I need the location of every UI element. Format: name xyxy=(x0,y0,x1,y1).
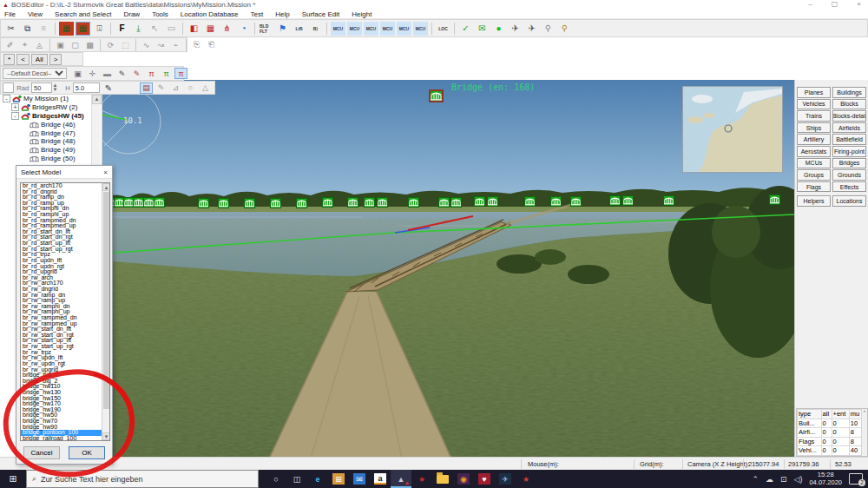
menu-help[interactable]: Help xyxy=(275,10,289,18)
mail-check-icon[interactable]: ✉ xyxy=(475,22,490,36)
bridge-map-icon[interactable] xyxy=(347,197,358,208)
mcu-5-icon[interactable]: MCU xyxy=(397,22,411,36)
taskbar-search-input[interactable]: ⌕ Zur Suche Text hier eingeben xyxy=(26,470,259,488)
tree-expander-icon[interactable]: - xyxy=(3,95,10,102)
bridge-map-icon[interactable] xyxy=(296,198,307,208)
decal-select[interactable]: --Default Decal-- xyxy=(3,68,67,79)
anchor-down-icon[interactable]: ⍗ xyxy=(92,22,107,36)
taskbar-clock[interactable]: 15:28 04.07.2020 xyxy=(809,472,842,486)
texture-b-icon[interactable]: ▦ xyxy=(76,22,90,36)
store-icon[interactable]: ⊞ xyxy=(328,470,349,488)
pen-tool-icon[interactable]: ✎ xyxy=(155,82,168,94)
filter-button-all[interactable]: All xyxy=(31,54,48,65)
red-grid-icon[interactable]: ▦ xyxy=(203,22,218,36)
category-button-airfields[interactable]: Airfields xyxy=(832,122,866,134)
menu-file[interactable]: File xyxy=(4,10,16,18)
tree-item[interactable]: Bridge (50) xyxy=(0,155,102,163)
menu-location-database[interactable]: Location Database xyxy=(181,10,239,18)
category-button-flags[interactable]: Flags xyxy=(797,181,831,193)
network-icon[interactable]: ⊡ xyxy=(780,475,787,484)
amazon-icon[interactable]: a xyxy=(370,470,391,488)
brush-icon[interactable]: ⌖ xyxy=(18,39,31,50)
category-button-blocks[interactable]: Blocks xyxy=(832,99,866,110)
node-icon[interactable]: ⌁ xyxy=(169,39,182,50)
red-bridge-icon[interactable]: ⋔ xyxy=(220,22,234,36)
tree-item[interactable]: Bridge (48) xyxy=(0,137,102,146)
maximize-button[interactable]: ▢ xyxy=(832,0,838,8)
filter-button-*[interactable]: * xyxy=(3,54,15,65)
mcu-3-icon[interactable]: MCU xyxy=(364,22,378,36)
category-button-locations[interactable]: Locations xyxy=(832,195,866,207)
menu-test[interactable]: Test xyxy=(251,10,264,18)
bridge-map-icon[interactable] xyxy=(218,198,229,208)
mail-icon[interactable]: ✉ xyxy=(349,470,370,488)
bridge-map-icon[interactable] xyxy=(524,196,536,207)
category-button-grounds[interactable]: Grounds xyxy=(832,169,866,181)
tree-item[interactable]: +BridgesRW (2) xyxy=(0,103,102,112)
category-button-firing-point[interactable]: Firing-point xyxy=(832,146,866,157)
circle-tool-icon[interactable]: ○ xyxy=(184,82,197,94)
tree-item[interactable]: Bridge (49) xyxy=(0,146,102,155)
bridge-map-icon[interactable] xyxy=(769,195,780,205)
bridge-map-icon[interactable] xyxy=(622,195,634,206)
category-button-aerostats[interactable]: Aerostats xyxy=(797,146,831,157)
select-arrow-icon[interactable]: ↖ xyxy=(148,22,162,36)
rotate-icon[interactable]: ⟳ xyxy=(104,39,117,50)
bridge-map-icon[interactable] xyxy=(550,196,562,207)
mcu-6-icon[interactable]: MCU xyxy=(413,22,428,36)
minimap[interactable] xyxy=(682,86,783,173)
category-button-trains[interactable]: Trains xyxy=(797,110,831,122)
ok-button[interactable]: OK xyxy=(69,446,105,459)
tray-chevron-icon[interactable]: ⌃ xyxy=(752,475,759,484)
image-grid-icon[interactable]: ▩ xyxy=(83,39,96,50)
notification-icon[interactable]: 2 xyxy=(849,473,863,485)
model-list-item[interactable]: bridge_railroad_100 xyxy=(21,436,109,441)
half-star-icon[interactable]: ★ xyxy=(516,470,536,488)
counts-scrollbar[interactable]: ˄ xyxy=(861,409,867,456)
height-tool-icon[interactable]: ▤ xyxy=(140,82,153,94)
paste-icon[interactable]: ≡ xyxy=(36,22,51,36)
spline-b-icon[interactable]: ↝ xyxy=(155,39,168,50)
bridge-map-icon[interactable] xyxy=(438,197,450,208)
menu-search-and-select[interactable]: Search and Select xyxy=(55,10,111,18)
mcu-1-icon[interactable]: MCU xyxy=(331,22,345,36)
cancel-button[interactable]: Cancel xyxy=(23,446,60,459)
font-icon[interactable]: F xyxy=(115,22,129,36)
drop-to-ground-icon[interactable]: ⤓ xyxy=(131,22,146,36)
red-panel-icon[interactable]: ◧ xyxy=(187,22,201,36)
model-list-scrollbar[interactable]: ▲ ▼ xyxy=(102,183,109,440)
plane-app-icon[interactable]: ✈ xyxy=(495,470,516,488)
category-button-artillery[interactable]: Artillery xyxy=(797,134,831,145)
copy-icon[interactable]: ⧉ xyxy=(20,22,35,36)
photos-app-icon[interactable]: ♥ xyxy=(474,470,495,488)
decal-pick-icon[interactable]: ✎ xyxy=(130,68,143,79)
filter-button-<[interactable]: < xyxy=(16,54,30,65)
tree-item[interactable]: -BridgesHW (45) xyxy=(0,112,102,121)
stamp-icon[interactable]: ✐ xyxy=(3,39,16,50)
start-button[interactable]: ⊞ xyxy=(0,470,26,488)
minimize-button[interactable]: – xyxy=(808,0,812,8)
antenna-a-icon[interactable]: ⚲ xyxy=(541,22,556,36)
cortana-icon[interactable]: ○ xyxy=(266,470,286,488)
radius-stepper[interactable]: ▲▼ xyxy=(52,83,57,92)
tree-item[interactable]: Bridge (47) xyxy=(0,129,102,137)
3d-viewport[interactable]: Bridge (en: 168) 10.1 xyxy=(102,80,794,458)
image-a-icon[interactable]: ▣ xyxy=(54,39,67,50)
bridge-map-icon[interactable] xyxy=(198,198,209,208)
decal-add-icon[interactable]: ✛ xyxy=(86,68,99,79)
bridge-map-icon[interactable] xyxy=(244,198,255,208)
bridge-map-icon[interactable] xyxy=(408,197,419,208)
marquee-icon[interactable]: ⬚ xyxy=(119,39,132,50)
category-button-helpers[interactable]: Helpers xyxy=(797,195,831,207)
bridge-map-icon[interactable] xyxy=(154,197,165,208)
decal-green-icon[interactable]: π xyxy=(160,68,173,79)
selected-bridge-icon[interactable] xyxy=(429,89,444,102)
bridge-map-icon[interactable] xyxy=(364,197,375,208)
red-star-icon[interactable]: ★ xyxy=(411,470,432,488)
filter-button->[interactable]: > xyxy=(49,54,62,65)
mcu-2-icon[interactable]: MCU xyxy=(347,22,362,36)
doc-up-icon[interactable]: ⎘ xyxy=(190,39,203,50)
bridge-map-icon[interactable] xyxy=(474,196,485,207)
bridge-map-icon[interactable] xyxy=(450,197,462,208)
explorer-icon[interactable] xyxy=(432,470,453,488)
